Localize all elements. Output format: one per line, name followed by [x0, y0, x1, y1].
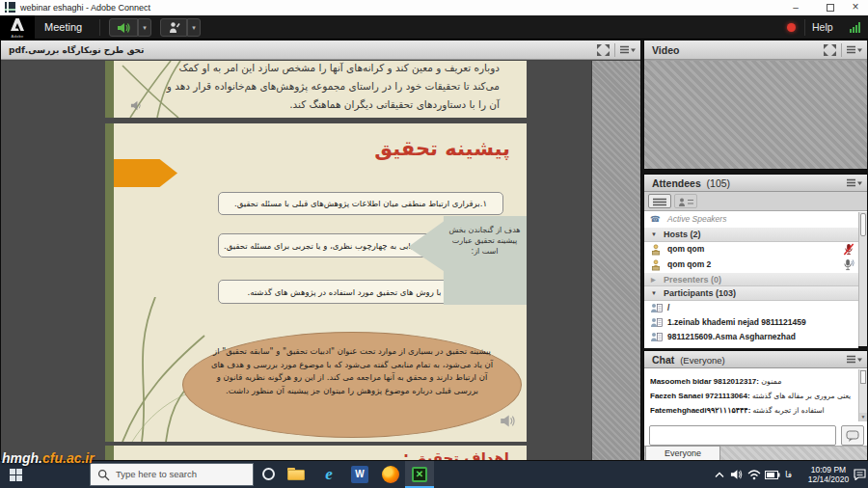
chat-send-button[interactable]	[841, 425, 864, 446]
word-icon[interactable]: W	[351, 466, 368, 483]
audio-speaker-icon[interactable]	[130, 99, 143, 112]
adobe-connect-taskbar-slot[interactable]: ✕	[405, 461, 434, 488]
tray-wifi-icon[interactable]	[747, 469, 761, 480]
tray-chevron-icon[interactable]	[715, 472, 724, 478]
connection-signal-icon[interactable]	[850, 22, 863, 33]
speaker-icon	[117, 22, 130, 34]
attendees-scrollbar[interactable]	[858, 212, 867, 346]
ellipse-shape: پیشینه تحقیق در بسیاری از موارد تحت عنوا…	[182, 332, 522, 438]
tray-language-indicator[interactable]: فا	[785, 461, 792, 488]
pod-menu-icon[interactable]	[847, 178, 862, 188]
chat-message: Fatemehghaedi۹۹۲۱۱۱۵۴۴۴: استفاده از تجرب…	[650, 403, 855, 418]
video-pod: Video	[643, 40, 868, 170]
taskbar-search[interactable]: Type here to search	[90, 463, 254, 486]
scrollbar-thumb[interactable]	[860, 213, 866, 236]
chat-message: Masoomeh bidar 9812012317: ممنون	[650, 374, 855, 389]
scrollbar-thumb[interactable]	[860, 370, 866, 384]
video-pod-header: Video	[644, 41, 867, 60]
presenters-group-header[interactable]: ▶ Presenters (0)	[644, 273, 858, 286]
chat-text: یعنی مروری بر مقاله های گذشته	[752, 392, 851, 400]
status-button[interactable]	[160, 18, 187, 37]
callout-arrow-text: هدف از گنجاندن بخش پیشینه تحقیق عبارت اس…	[445, 225, 525, 257]
slide-text-line: آن را با دستاوردهای تحقیقاتی دیگران هماه…	[289, 98, 500, 110]
tray-volume-icon[interactable]	[730, 469, 743, 480]
attendee-name: qom qom	[667, 242, 704, 257]
chevron-down-icon: ▾	[192, 24, 196, 32]
scrollbar-down-arrow[interactable]: ▼	[859, 413, 867, 421]
attendee-name: 9811215609.Asma Asgharnezhad	[667, 330, 796, 344]
share-pod: تحق طرح نویکارگاه بررسی.pdf دوباره تعریف…	[0, 40, 641, 461]
attendees-pod-header: Attendees (105)	[644, 175, 867, 192]
attendee-row-host[interactable]: qom qom	[644, 242, 858, 258]
chat-text: استفاده از تجربه گذشته	[753, 406, 825, 415]
attendee-name: /	[667, 301, 669, 315]
attendee-row[interactable]: 9811215609.Asma Asgharnezhad	[644, 330, 858, 348]
adobe-a-icon	[8, 17, 27, 33]
action-center-icon[interactable]	[854, 469, 866, 480]
minimize-button[interactable]: –	[785, 0, 806, 15]
share-pod-header: تحق طرح نویکارگاه بررسی.pdf	[1, 41, 640, 60]
cortana-icon[interactable]	[262, 468, 275, 480]
participant-icon	[650, 317, 663, 328]
expanded-triangle-icon: ▼	[651, 228, 657, 242]
menu-help[interactable]: Help	[812, 15, 833, 40]
window-title-bar: webinar eshaghi - Adobe Connect – ×	[0, 0, 868, 15]
speaker-button[interactable]	[109, 18, 138, 37]
phone-icon: ☎	[650, 212, 661, 227]
menu-bar: Adobe Meeting ▾ ▾ Help	[0, 15, 868, 40]
internet-explorer-icon[interactable]: e	[320, 466, 338, 483]
taskbar-clock[interactable]: 10:09 PM 12/14/2020	[800, 466, 856, 484]
file-explorer-icon[interactable]	[287, 466, 305, 483]
adobe-brand-label: Adobe	[0, 34, 35, 39]
pod-menu-icon[interactable]	[847, 355, 862, 365]
breakout-view-button[interactable]	[674, 194, 697, 208]
shared-document-title: تحق طرح نویکارگاه بررسی.pdf	[9, 41, 144, 60]
recording-indicator	[787, 23, 796, 32]
participant-icon	[650, 303, 663, 313]
attendees-title-text: Attendees	[652, 177, 701, 189]
chat-sender: Faezeh Sanaei 9721113064:	[650, 392, 750, 400]
chat-pod-title: Chat (Everyone)	[652, 351, 725, 368]
attendee-row[interactable]: 1.zeinab khademi nejad 9811121459	[644, 315, 858, 330]
hosts-group-header[interactable]: ▼ Hosts (2)	[644, 228, 858, 242]
chat-tab-everyone[interactable]: Everyone	[645, 446, 720, 460]
start-button[interactable]	[10, 469, 22, 481]
host-icon	[650, 259, 662, 271]
video-empty-area	[644, 61, 867, 169]
status-dropdown[interactable]: ▾	[187, 18, 201, 37]
participants-group-header[interactable]: ▼ Participants (103)	[644, 286, 858, 301]
slide-current: پیشینه تحقیق ۱.برقراری ارتباط منطقی میان…	[105, 123, 527, 442]
presenters-group-label: Presenters (0)	[664, 273, 721, 286]
expanded-triangle-icon: ▼	[651, 286, 657, 301]
slide-previous: دوباره تعریف و معین کند و کرانه‌های آنها…	[105, 61, 527, 118]
fullscreen-icon[interactable]	[597, 44, 610, 56]
hosts-group-label: Hosts (2)	[664, 228, 701, 242]
audio-speaker-icon[interactable]	[500, 414, 516, 428]
attendees-count: (105)	[707, 177, 731, 189]
collapsed-triangle-icon: ▶	[651, 273, 656, 286]
next-slide-title: اهداف تحقیق :	[403, 449, 509, 460]
speaker-dropdown[interactable]: ▾	[138, 18, 151, 37]
fullscreen-icon[interactable]	[824, 44, 836, 56]
adobe-logo[interactable]: Adobe	[0, 15, 35, 40]
active-speakers-row: ☎ Active Speakers	[644, 212, 858, 228]
pod-menu-icon[interactable]	[847, 45, 862, 55]
close-button[interactable]: ×	[845, 0, 866, 15]
attendee-row[interactable]: /	[644, 301, 858, 315]
maximize-icon	[827, 4, 834, 12]
chat-input[interactable]	[649, 425, 836, 446]
attendees-pod: Attendees (105) ☎ Active Speakers ▼ Host…	[643, 174, 868, 347]
raise-hand-icon	[168, 21, 180, 34]
attendees-toolbar	[644, 192, 867, 211]
chat-scrollbar[interactable]: ▼	[858, 369, 867, 421]
microphone-active-icon[interactable]	[843, 258, 854, 271]
menu-meeting[interactable]: Meeting	[44, 15, 82, 40]
slide-accent-stripe	[105, 446, 114, 460]
attendee-row-host[interactable]: qom qom 2	[644, 258, 858, 273]
pod-menu-icon[interactable]	[620, 45, 636, 55]
tray-battery-icon[interactable]	[765, 471, 780, 479]
list-view-button[interactable]	[648, 194, 671, 208]
microphone-muted-icon[interactable]	[843, 243, 854, 256]
firefox-icon[interactable]	[382, 466, 399, 483]
search-icon	[97, 469, 110, 481]
